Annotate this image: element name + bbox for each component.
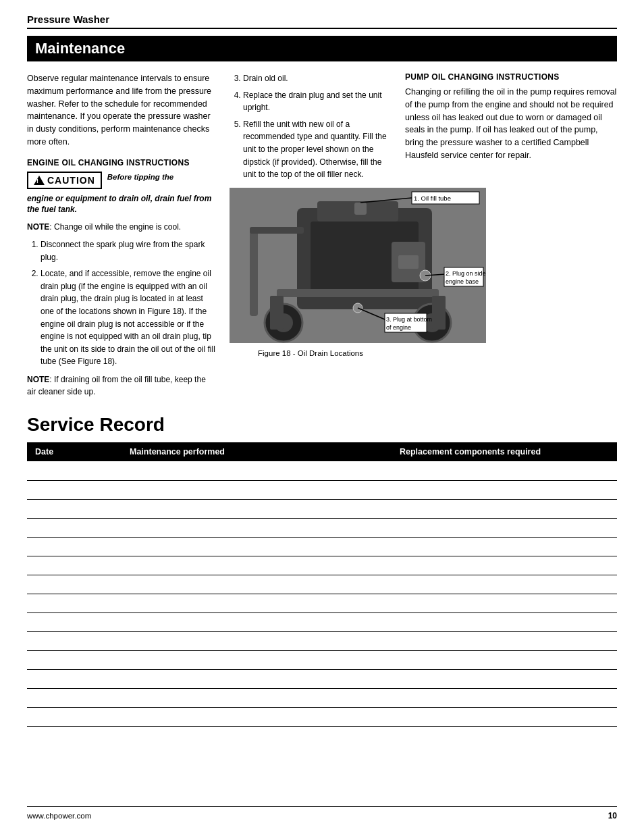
table-row xyxy=(27,480,617,499)
service-table: Date Maintenance performed Replacement c… xyxy=(27,442,617,727)
note2-bold: NOTE xyxy=(27,375,49,384)
step-4: Replace the drain plug and set the unit … xyxy=(243,89,392,114)
col-replacement: Replacement components required xyxy=(392,442,617,461)
service-record-title: Service Record xyxy=(27,414,617,436)
engine-oil-steps: Disconnect the spark plug wire from the … xyxy=(27,238,216,368)
service-record-section: Service Record Date Maintenance performe… xyxy=(27,414,617,727)
table-row xyxy=(27,688,617,707)
svg-rect-13 xyxy=(354,203,367,215)
pump-oil-text: Changing or refilling the oil in the pum… xyxy=(405,86,617,162)
intro-text: Observe regular maintenance intervals to… xyxy=(27,72,216,149)
table-row xyxy=(27,669,617,688)
right-column: PUMP OIL CHANGING INSTRUCTIONS Changing … xyxy=(405,72,617,398)
svg-rect-12 xyxy=(250,227,304,234)
step-1: Disconnect the spark plug wire from the … xyxy=(41,238,216,263)
table-row xyxy=(27,518,617,537)
step-2: Locate, and if accessible, remove the en… xyxy=(41,267,216,368)
step-5: Refill the unit with new oil of a recomm… xyxy=(243,118,392,181)
svg-rect-11 xyxy=(250,228,258,316)
col-date: Date xyxy=(27,442,122,461)
note2: NOTE: If draining oil from the oil fill … xyxy=(27,373,216,398)
table-row xyxy=(27,461,617,480)
maintenance-header: Maintenance xyxy=(27,36,617,61)
page: Pressure Washer Maintenance Observe regu… xyxy=(0,0,644,834)
table-row xyxy=(27,537,617,556)
caution-triangle-icon xyxy=(34,176,45,185)
caution-box: CAUTION xyxy=(27,172,102,189)
note1-bold: NOTE xyxy=(27,222,49,232)
figure-area: 1. Oil fill tube 2. Plug on side of engi… xyxy=(230,188,392,357)
table-row xyxy=(27,594,617,613)
footer-page-number: 10 xyxy=(608,811,617,820)
table-row xyxy=(27,575,617,594)
maintenance-title: Maintenance xyxy=(35,40,125,57)
left-column: Observe regular maintenance intervals to… xyxy=(27,72,216,398)
engine-oil-steps-continued: Drain old oil. Replace the drain plug an… xyxy=(230,72,392,181)
caution-label: CAUTION xyxy=(47,175,95,186)
caution-block: CAUTION Before tipping the xyxy=(27,172,216,189)
table-row xyxy=(27,613,617,631)
col-maintenance: Maintenance performed xyxy=(122,442,392,461)
footer-url: www.chpower.com xyxy=(27,812,91,820)
page-header: Pressure Washer xyxy=(27,14,617,29)
table-row xyxy=(27,556,617,575)
page-header-title: Pressure Washer xyxy=(27,14,109,25)
table-row xyxy=(27,650,617,669)
engine-oil-subtitle: ENGINE OIL CHANGING INSTRUCTIONS xyxy=(27,158,216,167)
note2-text: : If draining oil from the oil fill tube… xyxy=(27,375,206,396)
table-row xyxy=(27,499,617,518)
step-3: Drain old oil. xyxy=(243,72,392,85)
svg-rect-9 xyxy=(270,296,284,330)
maintenance-body: Observe regular maintenance intervals to… xyxy=(27,72,617,398)
pump-oil-subtitle: PUMP OIL CHANGING INSTRUCTIONS xyxy=(405,72,617,82)
table-row xyxy=(27,707,617,726)
table-header-row: Date Maintenance performed Replacement c… xyxy=(27,442,617,461)
page-footer: www.chpower.com 10 xyxy=(27,806,617,820)
caution-description: engine or equipment to drain oil, drain … xyxy=(27,193,216,216)
caution-beside-text: Before tipping the xyxy=(107,172,173,182)
middle-column: Drain old oil. Replace the drain plug an… xyxy=(230,72,392,398)
note1: NOTE: Change oil while the engine is coo… xyxy=(27,221,216,233)
figure-caption: Figure 18 - Oil Drain Locations xyxy=(230,349,392,357)
note1-text: : Change oil while the engine is cool. xyxy=(49,222,181,232)
table-row xyxy=(27,631,617,650)
